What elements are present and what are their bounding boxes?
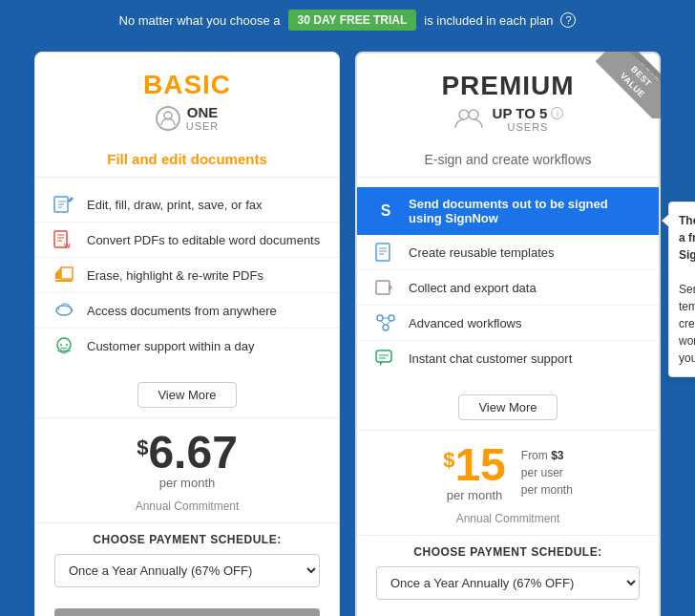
basic-user-label: USER <box>186 120 220 132</box>
premium-from-price: From $3 per user per month <box>521 447 573 499</box>
svg-point-11 <box>459 110 469 119</box>
feature-text: Erase, highlight & re-write PDFs <box>87 268 263 283</box>
feature-text: Collect and export data <box>409 281 537 295</box>
basic-price-section: $ 6.67 per month <box>35 417 339 496</box>
basic-user-count: ONE <box>186 104 220 120</box>
feature-item: Create reusable templates <box>357 235 659 270</box>
basic-payment-select[interactable]: Once a Year Annually (67% OFF) Monthly <box>54 554 320 587</box>
feature-item: W Convert PDFs to editable word document… <box>35 223 339 258</box>
basic-price-dollar: $ <box>137 435 148 460</box>
feature-text: Convert PDFs to editable word documents <box>87 233 320 247</box>
basic-plan-header: BASIC ONE USER <box>35 53 339 145</box>
tooltip-title: The Premium plan includes a free 30-day … <box>679 214 695 262</box>
svg-line-23 <box>387 321 390 325</box>
feature-item: Collect and export data <box>357 270 659 306</box>
best-value-text: BESTVALUE <box>595 52 661 118</box>
feature-text: Instant chat customer support <box>409 351 572 366</box>
svg-point-10 <box>66 344 68 346</box>
help-icon[interactable]: ? <box>560 12 576 28</box>
premium-payment-select[interactable]: Once a Year Annually (67% OFF) Monthly <box>376 566 640 600</box>
pdf-icon: W <box>51 229 77 250</box>
premium-plan-subtitle: E-sign and create workflows <box>357 146 659 177</box>
svg-line-22 <box>381 321 385 325</box>
premium-users-help-icon[interactable]: i <box>551 107 563 119</box>
feature-item: Erase, highlight & re-write PDFs <box>35 258 339 293</box>
basic-plan-card: BASIC ONE USER Fill and edit documents <box>34 52 340 616</box>
from-label: From <box>521 449 548 462</box>
basic-user-icon <box>156 106 180 131</box>
feature-item: Customer support within a day <box>35 329 339 363</box>
premium-user-label: USERS <box>493 121 564 133</box>
feature-item: Instant chat customer support <box>357 341 659 375</box>
basic-cta-section: Choose Annual Basic Plan <box>35 597 339 616</box>
premium-annual-commitment: Annual Commitment <box>357 508 659 535</box>
best-value-ribbon: BESTVALUE <box>594 52 661 118</box>
svg-point-8 <box>57 338 71 351</box>
svg-text:W: W <box>64 243 71 249</box>
basic-payment-section: CHOOSE PAYMENT SCHEDULE: Once a Year Ann… <box>35 522 339 597</box>
basic-price-per: per month <box>54 476 320 490</box>
feature-item: Edit, fill, draw, print, save, or fax <box>35 187 339 223</box>
basic-price-amount: 6.67 <box>148 430 237 476</box>
premium-highlight-feature: S Send documents out to be signed using … <box>357 187 659 235</box>
feature-text: Customer support within a day <box>87 339 255 353</box>
tooltip-body: Send PDFfiller documents and templates o… <box>679 283 695 365</box>
svg-point-18 <box>377 315 383 321</box>
feature-text: Create reusable templates <box>409 245 554 260</box>
basic-user-info: ONE USER <box>54 104 320 132</box>
cloud-icon <box>51 300 77 321</box>
feature-item: Access documents from anywhere <box>35 293 339 329</box>
signnow-logo: S <box>372 198 399 224</box>
export-icon <box>372 277 399 298</box>
from-price-amount: $3 <box>551 449 563 462</box>
premium-price-per: per month <box>443 488 506 502</box>
feature-item: Advanced workflows <box>357 306 659 341</box>
template-icon <box>372 242 399 263</box>
premium-payment-section: CHOOSE PAYMENT SCHEDULE: Once a Year Ann… <box>357 535 659 609</box>
svg-point-19 <box>389 315 394 321</box>
feature-text: Edit, fill, draw, print, save, or fax <box>87 198 263 212</box>
premium-user-count: UP TO 5 <box>493 105 548 121</box>
premium-view-more-button[interactable]: View More <box>458 394 557 420</box>
svg-rect-24 <box>376 350 391 362</box>
premium-price-section: $ 15 per month From $3 per user per mont… <box>357 430 659 508</box>
premium-tooltip: The Premium plan includes a free 30-day … <box>668 202 695 377</box>
trial-badge: 30 DAY FREE TRIAL <box>288 10 417 31</box>
from-per-user: per user <box>521 464 573 481</box>
chat-icon <box>372 348 399 369</box>
basic-annual-commitment: Annual Commitment <box>35 496 339 522</box>
basic-plan-subtitle: Fill and edit documents <box>35 145 339 177</box>
svg-point-20 <box>383 325 389 330</box>
from-per-month: per month <box>521 481 573 499</box>
basic-cta-button[interactable]: Choose Annual Basic Plan <box>54 608 320 616</box>
workflow-icon <box>372 312 399 333</box>
premium-payment-label: CHOOSE PAYMENT SCHEDULE: <box>376 545 640 559</box>
banner-text-after: is included in each plan <box>424 13 553 28</box>
basic-view-more-button[interactable]: View More <box>137 382 236 408</box>
svg-rect-17 <box>376 281 390 294</box>
support-icon <box>51 335 77 356</box>
premium-highlight-text: Send documents out to be signed using Si… <box>409 197 643 225</box>
svg-marker-4 <box>61 267 73 279</box>
feature-text: Access documents from anywhere <box>87 304 277 318</box>
plans-container: BASIC ONE USER Fill and edit documents <box>0 40 695 616</box>
basic-plan-name: BASIC <box>54 70 320 100</box>
premium-features-list: S Send documents out to be signed using … <box>357 177 659 385</box>
premium-price-dollar: $ <box>443 448 454 473</box>
erase-icon <box>51 265 77 286</box>
feature-text: Advanced workflows <box>409 316 522 330</box>
edit-icon <box>51 194 77 215</box>
banner-text-before: No matter what you choose a <box>119 13 281 28</box>
premium-price-amount: 15 <box>454 442 505 488</box>
svg-point-9 <box>60 344 62 346</box>
premium-cta-section: Annual Premium Plan Selected <box>357 609 659 616</box>
svg-rect-13 <box>376 244 390 261</box>
basic-features-list: Edit, fill, draw, print, save, or fax W … <box>35 177 339 372</box>
premium-users-icon <box>453 107 487 132</box>
premium-plan-card: BESTVALUE PREMIUM UP TO 5 i <box>355 52 661 616</box>
svg-point-12 <box>469 110 478 119</box>
svg-marker-5 <box>55 267 61 279</box>
top-banner: No matter what you choose a 30 DAY FREE … <box>0 0 695 40</box>
basic-payment-label: CHOOSE PAYMENT SCHEDULE: <box>54 533 320 546</box>
